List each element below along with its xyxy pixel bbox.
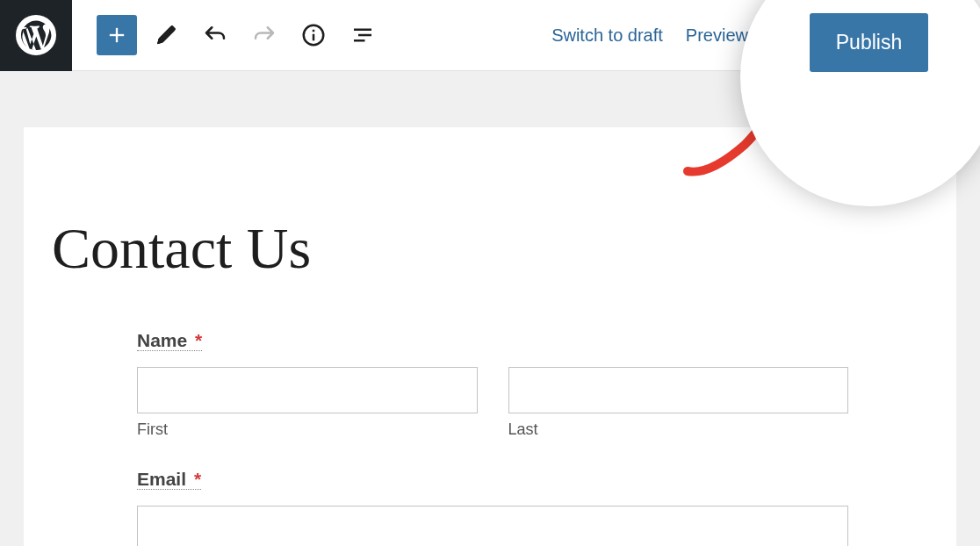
publish-button[interactable]: Publish: [810, 13, 928, 72]
email-field-group: Email *: [137, 469, 848, 546]
page-title[interactable]: Contact Us: [52, 215, 868, 282]
svg-rect-6: [358, 34, 371, 37]
redo-icon: [251, 22, 277, 48]
add-block-button[interactable]: [97, 15, 137, 55]
name-label: Name *: [137, 330, 202, 351]
wordpress-icon: [16, 15, 56, 55]
preview-button[interactable]: Preview: [686, 25, 748, 46]
info-button[interactable]: [293, 15, 334, 55]
outline-button[interactable]: [342, 15, 383, 55]
contact-form: Name * First Last Email *: [137, 330, 848, 546]
switch-to-draft-button[interactable]: Switch to draft: [551, 25, 663, 46]
required-mark: *: [195, 330, 202, 350]
undo-icon: [202, 22, 228, 48]
redo-button[interactable]: [244, 15, 285, 55]
outline-icon: [349, 22, 376, 48]
svg-rect-3: [313, 34, 315, 41]
last-name-input[interactable]: [508, 367, 849, 413]
editor-tools: [72, 15, 383, 55]
plus-icon: [104, 23, 129, 47]
svg-rect-4: [313, 30, 315, 32]
first-name-sublabel: First: [137, 420, 478, 439]
name-field-group: Name * First Last: [137, 330, 848, 439]
svg-rect-5: [354, 29, 371, 32]
required-mark: *: [194, 469, 201, 489]
email-input[interactable]: [137, 506, 848, 546]
info-icon: [300, 22, 327, 48]
email-label: Email *: [137, 469, 201, 490]
last-name-sublabel: Last: [508, 420, 849, 439]
undo-button[interactable]: [195, 15, 235, 55]
first-name-input[interactable]: [137, 367, 478, 413]
edit-tool-button[interactable]: [146, 15, 186, 55]
svg-rect-7: [354, 40, 365, 42]
wordpress-logo-button[interactable]: [0, 0, 72, 71]
pencil-icon: [153, 22, 179, 48]
